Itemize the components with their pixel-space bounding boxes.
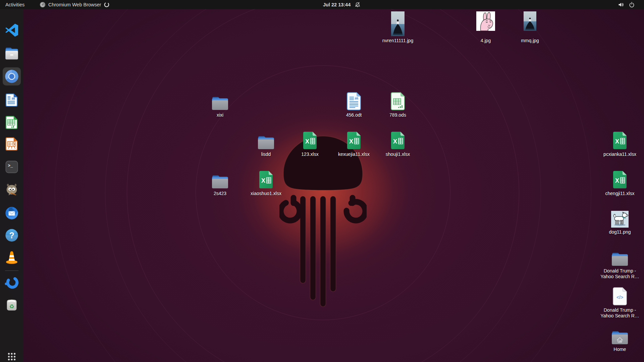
terminal-icon <box>4 160 19 174</box>
xlsx-spreadsheet-icon <box>259 170 273 189</box>
top-bar: Activities Chromium Web Browser Jul 22 1… <box>0 0 644 9</box>
desktop-icon-2s423[interactable]: 2s423 <box>199 170 241 196</box>
ods-spreadsheet-icon <box>390 92 405 111</box>
folder-icon <box>211 175 229 189</box>
desktop-icon-123-xlsx[interactable]: 123.xlsx <box>289 130 331 157</box>
desktop-icon-label: pcxianka11.xlsx <box>603 152 636 157</box>
app-loading-spinner-icon <box>104 2 109 7</box>
xlsx-spreadsheet-icon <box>346 131 361 150</box>
libreoffice-impress-icon <box>4 136 19 151</box>
dock-item-vlc[interactable] <box>4 249 20 265</box>
image-thumbnail <box>611 211 629 228</box>
xlsx-spreadsheet-icon <box>390 131 405 150</box>
app-menu-label: Chromium Web Browser <box>48 2 101 7</box>
desktop-icon-donald-trump-folder[interactable]: Donald Trump - Yahoo Search R… <box>599 247 641 280</box>
folder-icon <box>611 252 629 266</box>
desktop-icon-label: chengji11.xlsx <box>605 191 635 196</box>
desktop-icon-mmq-jpg[interactable]: mmq.jpg <box>509 11 551 44</box>
vlc-icon <box>4 250 19 265</box>
xlsx-spreadsheet-icon <box>303 131 317 150</box>
desktop-icon-donald-trump-html[interactable]: Donald Trump - Yahoo Search R… <box>599 286 641 319</box>
odt-document-icon <box>346 92 361 111</box>
activities-button[interactable]: Activities <box>5 0 24 9</box>
dock-item-libreoffice-calc[interactable] <box>4 114 20 130</box>
dock-separator <box>5 270 18 271</box>
system-status-menu[interactable] <box>618 0 635 9</box>
volume-icon <box>618 2 624 7</box>
power-icon <box>629 2 635 7</box>
dock-item-thunderbird[interactable] <box>4 205 20 221</box>
notifications-muted-icon <box>355 2 360 7</box>
desktop-icon-label: xiaoshuo1.xlsx <box>251 191 281 196</box>
desktop-icon-789-ods[interactable]: 789.ods <box>377 91 419 118</box>
activities-label: Activities <box>5 2 24 7</box>
chromium-icon <box>4 69 19 84</box>
desktop-icon-4-jpg[interactable]: 4.jpg <box>465 11 506 44</box>
desktop-icon-pcxianka11-xlsx[interactable]: pcxianka11.xlsx <box>599 130 641 157</box>
desktop-icon-xixi[interactable]: xixi <box>199 91 241 118</box>
clock-menu-button[interactable]: Jul 22 13:44 <box>323 0 360 9</box>
home-folder-icon <box>611 331 629 345</box>
xlsx-spreadsheet-icon <box>612 170 627 189</box>
desktop-icon-shouji1-xlsx[interactable]: shouji1.xlsx <box>377 130 419 157</box>
thunderbird-icon <box>4 206 19 221</box>
desktop-icon-label: dog11.png <box>609 229 631 235</box>
libreoffice-calc-icon <box>4 115 19 130</box>
dock-item-help[interactable] <box>4 227 20 243</box>
desktop-icon-dog11-png[interactable]: dog11.png <box>599 208 641 235</box>
app-menu-button[interactable]: Chromium Web Browser <box>40 0 109 9</box>
desktop-icon-lisdd[interactable]: lisdd <box>245 130 287 157</box>
dock-item-libreoffice-impress[interactable] <box>4 136 20 152</box>
files-icon <box>4 47 19 61</box>
desktop-icon-label: 2s423 <box>214 191 226 196</box>
show-applications-icon <box>4 349 19 362</box>
dock-item-terminal[interactable] <box>4 159 20 175</box>
dock-item-libreoffice-writer[interactable] <box>4 92 20 108</box>
desktop-icon-home[interactable]: Home <box>599 325 641 352</box>
dock-item-gimp[interactable] <box>4 182 20 198</box>
dock-item-files[interactable] <box>4 46 20 62</box>
desktop-icon-chengji11-xlsx[interactable]: chengji11.xlsx <box>599 170 641 196</box>
folder-icon <box>211 97 229 111</box>
libreoffice-writer-icon <box>4 93 19 107</box>
html-file-icon <box>612 287 627 306</box>
desktop-icon-label: 789.ods <box>389 112 406 118</box>
desktop-icon-label: Donald Trump - Yahoo Search R… <box>600 307 640 319</box>
dock-item-blue-ring-app[interactable] <box>4 275 20 291</box>
desktop-icon-label: Donald Trump - Yahoo Search R… <box>600 268 640 280</box>
desktop-icon-label: 456.odt <box>346 112 362 118</box>
trash-icon <box>4 297 19 312</box>
dock-item-chromium[interactable] <box>3 67 21 85</box>
desktop-icon-label: 123.xlsx <box>301 152 318 157</box>
dock-item-trash[interactable] <box>4 296 20 312</box>
desktop-wallpaper <box>0 9 644 362</box>
image-thumbnail <box>524 11 536 31</box>
desktop-icon-label: mmq.jpg <box>521 38 539 44</box>
dock <box>0 9 23 362</box>
desktop-icon-kexuejia11-xlsx[interactable]: kexuejia11.xlsx <box>333 130 375 157</box>
chromium-monochrome-icon <box>40 2 46 8</box>
xlsx-spreadsheet-icon <box>612 131 627 150</box>
desktop-icon-label: kexuejia11.xlsx <box>338 152 370 157</box>
desktop-icon-label: Home <box>613 347 626 352</box>
desktop-icon-label: xixi <box>217 112 223 118</box>
visual-studio-code-icon <box>4 23 19 38</box>
desktop-icon-xiaoshuo1-xlsx[interactable]: xiaoshuo1.xlsx <box>245 170 287 196</box>
desktop-icon-456-odt[interactable]: 456.odt <box>333 91 375 118</box>
clock-label: Jul 22 13:44 <box>323 2 351 7</box>
image-thumbnail <box>391 11 405 36</box>
desktop-icon-label: nvren11111.jpg <box>382 38 413 44</box>
folder-icon <box>257 136 275 150</box>
desktop-icon-label: lisdd <box>261 152 271 157</box>
image-thumbnail <box>476 11 495 31</box>
blue-ring-app-icon <box>4 275 19 290</box>
dock-item-vscode[interactable] <box>4 22 20 38</box>
desktop-icon-label: 4.jpg <box>481 38 491 44</box>
jellyfish-logo <box>279 134 367 308</box>
desktop-icon-nvren11111-jpg[interactable]: nvren11111.jpg <box>377 11 419 44</box>
help-icon <box>4 228 19 243</box>
desktop-icon-label: shouji1.xlsx <box>386 152 410 157</box>
gimp-icon <box>4 183 19 198</box>
show-applications-button[interactable] <box>4 349 20 362</box>
